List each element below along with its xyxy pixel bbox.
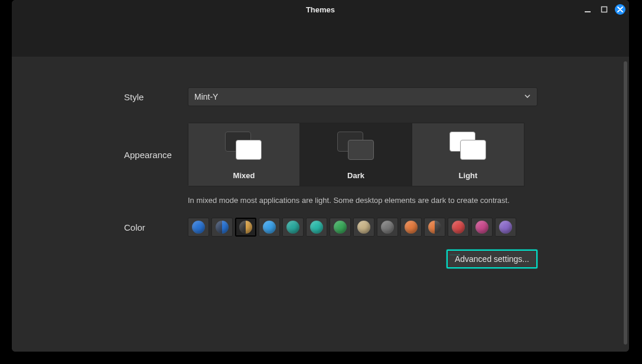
color-swatch-green[interactable] [330, 218, 351, 237]
color-dot-icon [286, 221, 299, 234]
minimize-button[interactable] [582, 4, 594, 15]
color-swatch-blue[interactable] [188, 218, 209, 237]
style-label: Style [124, 92, 188, 102]
appearance-row: Appearance MixedDarkLight [124, 123, 537, 186]
color-dot-icon [499, 221, 512, 234]
color-swatch-purple[interactable] [495, 218, 516, 237]
color-dot-icon [405, 221, 418, 234]
color-swatch-sand[interactable] [353, 218, 374, 237]
color-swatch-orange-grey[interactable] [424, 218, 445, 237]
svg-rect-0 [585, 11, 591, 12]
color-dot-icon [357, 221, 370, 234]
advanced-row: Advanced settings... [188, 250, 537, 268]
appearance-thumb-icon [449, 132, 487, 161]
color-dot-icon [216, 221, 229, 234]
color-swatches [188, 218, 537, 237]
color-row: Color [124, 218, 537, 237]
appearance-thumb-icon [337, 132, 375, 161]
maximize-button[interactable] [598, 4, 610, 15]
style-dropdown-value: Mint-Y [194, 92, 218, 101]
window-title: Themes [306, 5, 335, 14]
chevron-down-icon [524, 92, 531, 101]
appearance-label: Appearance [124, 150, 188, 160]
themes-form: Style Mint-Y Appearance MixedDarkLight [124, 87, 537, 268]
color-swatch-grey[interactable] [377, 218, 398, 237]
style-dropdown[interactable]: Mint-Y [188, 87, 537, 106]
color-swatch-orange[interactable] [400, 218, 422, 237]
scrollbar[interactable] [624, 61, 627, 345]
color-swatch-blue-dark[interactable] [211, 218, 233, 237]
color-dot-icon [263, 221, 276, 234]
window-controls [582, 0, 625, 19]
appearance-option-dark[interactable]: Dark [300, 123, 412, 186]
appearance-option-mixed[interactable]: Mixed [188, 123, 300, 186]
svg-rect-1 [602, 7, 607, 12]
style-row: Style Mint-Y [124, 87, 537, 106]
color-dot-icon [428, 221, 441, 234]
themes-window: Themes Style Mint-Y [12, 0, 629, 352]
appearance-thumb-icon [225, 132, 263, 161]
color-swatch-cyan[interactable] [306, 218, 327, 237]
appearance-option-light[interactable]: Light [412, 123, 524, 186]
titlebar: Themes [12, 0, 629, 19]
color-dot-icon [452, 221, 465, 234]
content-area: Style Mint-Y Appearance MixedDarkLight [12, 57, 629, 352]
color-swatch-red[interactable] [448, 218, 469, 237]
color-dot-icon [192, 221, 205, 234]
color-swatch-pink[interactable] [471, 218, 493, 237]
close-button[interactable] [615, 4, 625, 15]
appearance-option-label: Light [459, 171, 478, 180]
appearance-options: MixedDarkLight [188, 123, 537, 186]
color-dot-icon [310, 221, 323, 234]
advanced-settings-button[interactable]: Advanced settings... [447, 250, 537, 268]
color-swatch-teal[interactable] [282, 218, 304, 237]
color-dot-icon [381, 221, 394, 234]
color-dot-icon [239, 221, 252, 234]
appearance-option-label: Dark [347, 171, 364, 180]
appearance-option-label: Mixed [233, 171, 255, 180]
appearance-hint: In mixed mode most applications are ligh… [188, 196, 537, 205]
color-dot-icon [475, 221, 488, 234]
color-dot-icon [334, 221, 347, 234]
header-bar [12, 19, 629, 57]
color-swatch-skyblue[interactable] [259, 218, 280, 237]
color-label: Color [124, 222, 188, 232]
color-swatch-orange-dark[interactable] [235, 218, 256, 237]
